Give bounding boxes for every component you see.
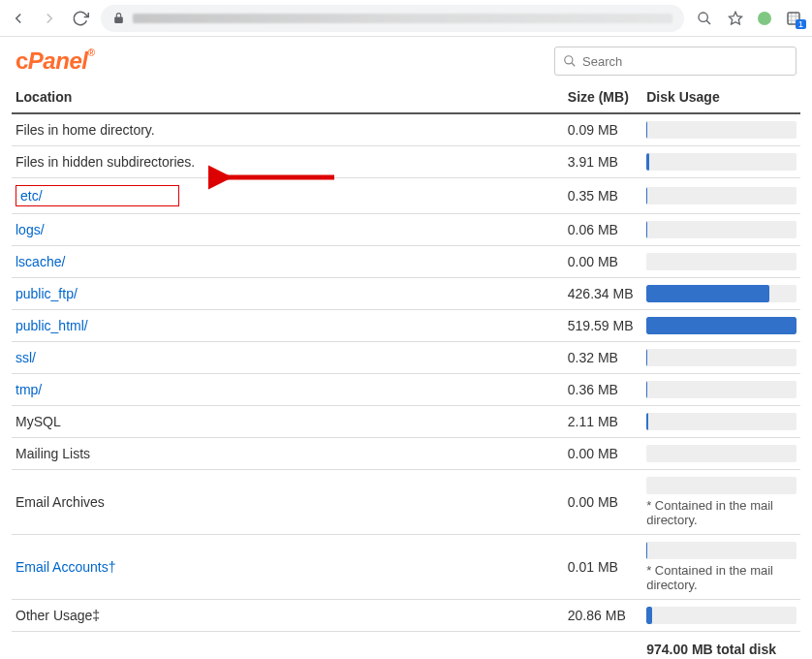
usage-cell (642, 146, 800, 178)
usage-cell (642, 438, 800, 470)
usage-bar (646, 349, 796, 366)
location-link[interactable]: Email Accounts† (16, 559, 116, 575)
usage-bar (646, 607, 796, 624)
size-cell: 0.00 MB (564, 470, 642, 535)
reload-icon[interactable] (72, 10, 89, 27)
summary-total: 974.00 MB total disk space used. (642, 632, 800, 660)
browser-toolbar: 1 (0, 0, 812, 37)
forward-icon[interactable] (41, 10, 58, 27)
size-cell: 0.32 MB (564, 342, 642, 374)
table-row: Email Archives0.00 MB* Contained in the … (12, 470, 800, 535)
location-text: Files in home directory. (12, 113, 564, 146)
svg-point-4 (565, 56, 573, 64)
location-link[interactable]: public_ftp/ (16, 286, 78, 301)
usage-cell (642, 600, 800, 632)
table-row: public_html/519.59 MB (12, 310, 800, 342)
summary-total-row: 974.00 MB total disk space used. (12, 632, 800, 660)
size-cell: 0.06 MB (564, 214, 642, 246)
table-row: Other Usage‡20.86 MB (12, 600, 800, 632)
table-row: public_ftp/426.34 MB (12, 278, 800, 310)
zoom-icon[interactable] (696, 10, 713, 27)
svg-line-5 (572, 63, 576, 67)
location-link[interactable]: logs/ (16, 222, 45, 237)
size-cell: 519.59 MB (564, 310, 642, 342)
usage-note: * Contained in the mail directory. (646, 498, 796, 527)
location-text: Email Archives (12, 470, 564, 535)
usage-cell (642, 406, 800, 438)
browser-actions: 1 (696, 10, 802, 27)
lock-icon (112, 12, 125, 24)
svg-marker-2 (729, 12, 741, 24)
usage-bar (646, 381, 796, 398)
header-usage: Disk Usage (642, 81, 800, 113)
location-link[interactable]: lscache/ (16, 254, 65, 269)
size-cell: 0.35 MB (564, 178, 642, 214)
table-row: Mailing Lists0.00 MB (12, 438, 800, 470)
table-row: etc/0.35 MB (12, 178, 800, 214)
location-link[interactable]: ssl/ (16, 350, 36, 365)
usage-cell (642, 113, 800, 146)
size-cell: 0.01 MB (564, 535, 642, 600)
table-row: ssl/0.32 MB (12, 342, 800, 374)
usage-cell: * Contained in the mail directory. (642, 535, 800, 600)
usage-bar (646, 187, 796, 204)
location-link[interactable]: etc/ (20, 188, 43, 204)
location-link[interactable]: tmp/ (16, 382, 42, 397)
size-cell: 3.91 MB (564, 146, 642, 178)
back-icon[interactable] (10, 10, 27, 27)
table-row: MySQL2.11 MB (12, 406, 800, 438)
usage-cell (642, 246, 800, 278)
size-cell: 426.34 MB (564, 278, 642, 310)
usage-bar (646, 477, 796, 494)
extension-icon[interactable]: 1 (785, 10, 802, 27)
header-location: Location (12, 81, 564, 113)
size-cell: 20.86 MB (564, 600, 642, 632)
location-link[interactable]: public_html/ (16, 318, 88, 333)
search-box[interactable] (554, 47, 796, 76)
location-text: Other Usage‡ (12, 600, 564, 632)
usage-bar (646, 317, 796, 334)
table-row: Email Accounts†0.01 MB* Contained in the… (12, 535, 800, 600)
usage-cell (642, 278, 800, 310)
table-row: Files in home directory.0.09 MB (12, 113, 800, 146)
highlight-box: etc/ (16, 185, 179, 206)
size-cell: 0.00 MB (564, 438, 642, 470)
usage-bar (646, 253, 796, 270)
usage-cell (642, 214, 800, 246)
url-bar[interactable] (101, 5, 684, 32)
size-cell: 0.36 MB (564, 374, 642, 406)
usage-bar (646, 285, 796, 302)
table-row: lscache/0.00 MB (12, 246, 800, 278)
usage-cell (642, 342, 800, 374)
usage-cell: * Contained in the mail directory. (642, 470, 800, 535)
url-text-blurred (133, 14, 672, 23)
cpanel-logo[interactable]: cPanel® (16, 47, 94, 75)
extension-badge: 1 (796, 19, 806, 29)
usage-bar (646, 221, 796, 238)
usage-bar (646, 542, 796, 559)
disk-usage-table: Location Size (MB) Disk Usage Files in h… (12, 81, 800, 659)
table-row: logs/0.06 MB (12, 214, 800, 246)
location-text: MySQL (12, 406, 564, 438)
size-cell: 0.09 MB (564, 113, 642, 146)
table-row: tmp/0.36 MB (12, 374, 800, 406)
location-text: Mailing Lists (12, 438, 564, 470)
location-text: Files in hidden subdirectories. (12, 146, 564, 178)
usage-bar (646, 121, 796, 139)
size-cell: 0.00 MB (564, 246, 642, 278)
usage-cell (642, 178, 800, 214)
usage-bar (646, 445, 796, 462)
table-row: Files in hidden subdirectories.3.91 MB (12, 146, 800, 178)
usage-cell (642, 310, 800, 342)
usage-cell (642, 374, 800, 406)
page-header: cPanel® (0, 37, 812, 81)
header-size: Size (MB) (564, 81, 642, 113)
search-input[interactable] (582, 54, 788, 69)
svg-point-0 (699, 13, 707, 21)
usage-bar (646, 153, 796, 171)
search-icon (563, 54, 577, 68)
profile-dot-icon[interactable] (758, 12, 771, 25)
size-cell: 2.11 MB (564, 406, 642, 438)
nav-buttons (10, 10, 89, 27)
star-icon[interactable] (727, 10, 744, 27)
